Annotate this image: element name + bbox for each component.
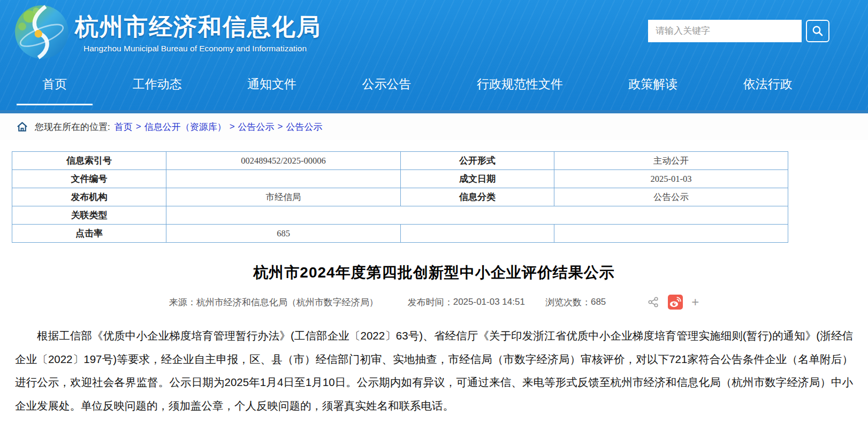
bureau-logo-icon	[14, 4, 70, 60]
site-subtitle: Hangzhou Municipal Bureau of Economy and…	[83, 44, 321, 53]
info-label-issue-date: 成文日期	[401, 170, 554, 188]
views-label: 浏览次数：	[545, 296, 591, 309]
search-icon	[811, 25, 824, 37]
breadcrumb: 您现在所在的位置: 首页 > 信息公开（资源库） > 公告公示 > 公告公示	[0, 113, 868, 140]
info-cell-empty	[554, 225, 788, 243]
table-row: 点击率 685	[12, 225, 788, 243]
more-share-icon[interactable]: +	[691, 296, 699, 309]
info-label-open-form: 公开形式	[401, 152, 554, 170]
brand-text: 杭州市经济和信息化局 Hangzhou Municipal Bureau of …	[75, 11, 321, 53]
document-info-table: 信息索引号 002489452/2025-00006 公开形式 主动公开 文件编…	[12, 151, 788, 243]
nav-item-regulatory-docs[interactable]: 行政规范性文件	[471, 68, 568, 106]
nav-item-law-admin[interactable]: 依法行政	[738, 68, 798, 106]
article-title: 杭州市2024年度第四批创新型中小企业评价结果公示	[0, 263, 868, 283]
search-button[interactable]	[806, 20, 829, 42]
nav-item-policy-reading[interactable]: 政策解读	[623, 68, 683, 106]
article-body: 根据工信部《优质中小企业梯度培育管理暂行办法》(工信部企业〔2022〕63号)、…	[15, 324, 853, 417]
site-title: 杭州市经济和信息化局	[75, 11, 321, 43]
info-cell-empty	[401, 225, 554, 243]
publish-time-value: 2025-01-03 14:51	[453, 297, 525, 307]
source-label: 来源：	[169, 296, 196, 309]
nav-item-work-news[interactable]: 工作动态	[127, 68, 187, 106]
top-banner: 杭州市经济和信息化局 Hangzhou Municipal Bureau of …	[0, 0, 868, 110]
brand: 杭州市经济和信息化局 Hangzhou Municipal Bureau of …	[14, 4, 321, 60]
info-value-issue-date: 2025-01-03	[554, 170, 788, 188]
info-label-doc-no: 文件编号	[12, 170, 166, 188]
table-row: 文件编号 成文日期 2025-01-03	[12, 170, 788, 188]
breadcrumb-link-announcements[interactable]: 公告公示	[238, 121, 275, 133]
info-label-related-type: 关联类型	[12, 206, 166, 225]
info-label-hit-rate: 点击率	[12, 225, 166, 243]
info-value-index-no: 002489452/2025-00006	[166, 152, 401, 170]
source-value: 杭州市经济和信息化局（杭州市数字经济局）	[196, 296, 378, 309]
weibo-share-icon[interactable]	[668, 295, 683, 310]
breadcrumb-label: 您现在所在的位置:	[35, 121, 110, 133]
info-label-category: 信息分类	[401, 188, 554, 206]
publish-time-label: 发布时间：	[408, 296, 453, 309]
info-value-publisher: 市经信局	[166, 188, 401, 206]
share-icon[interactable]	[648, 296, 659, 308]
breadcrumb-separator: >	[230, 121, 235, 132]
breadcrumb-link-info-disclosure[interactable]: 信息公开（资源库）	[144, 121, 226, 133]
article-meta: 来源： 杭州市经济和信息化局（杭州市数字经济局） 发布时间： 2025-01-0…	[0, 295, 868, 310]
share-toolbar: +	[648, 295, 699, 310]
breadcrumb-link-announcements-2[interactable]: 公告公示	[286, 121, 323, 133]
views-value: 685	[591, 297, 606, 307]
table-row: 信息索引号 002489452/2025-00006 公开形式 主动公开	[12, 152, 788, 170]
breadcrumb-separator: >	[136, 121, 141, 132]
nav-item-announcements[interactable]: 公示公告	[356, 68, 416, 106]
info-label-index-no: 信息索引号	[12, 152, 166, 170]
nav-item-notices[interactable]: 通知文件	[242, 68, 302, 106]
home-icon	[16, 121, 28, 133]
search-area	[648, 20, 829, 42]
site-header: 杭州市经济和信息化局 Hangzhou Municipal Bureau of …	[0, 0, 868, 64]
table-row: 发布机构 市经信局 信息分类 公告公示	[12, 188, 788, 206]
info-value-category: 公告公示	[554, 188, 788, 206]
breadcrumb-link-home[interactable]: 首页	[115, 121, 133, 133]
info-value-doc-no	[166, 170, 401, 188]
nav-item-home[interactable]: 首页	[37, 68, 72, 106]
search-input[interactable]	[648, 20, 802, 42]
info-label-publisher: 发布机构	[12, 188, 166, 206]
info-value-open-form: 主动公开	[554, 152, 788, 170]
breadcrumb-separator: >	[278, 121, 283, 132]
info-value-hit-rate: 685	[166, 225, 401, 243]
main-nav: 首页 工作动态 通知文件 公示公告 行政规范性文件 政策解读 依法行政	[0, 64, 868, 110]
info-value-related-type	[166, 206, 788, 225]
table-row: 关联类型	[12, 206, 788, 225]
